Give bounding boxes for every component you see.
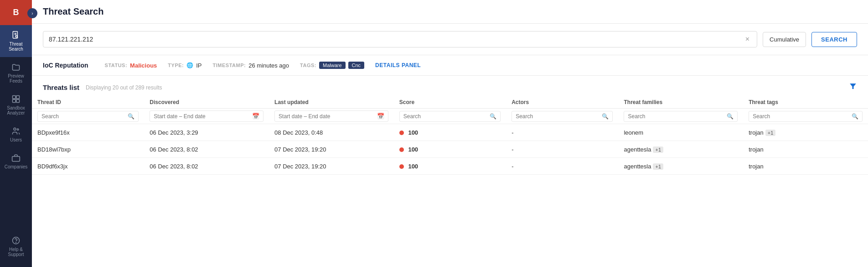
score-cell: 100 — [394, 141, 506, 158]
discovered-date-filter: 📅 — [150, 110, 264, 122]
ioc-status-value: Malicious — [130, 62, 157, 69]
ioc-timestamp-label: TIMESTAMP: — [213, 63, 246, 68]
svg-point-13 — [16, 242, 16, 243]
score-dot — [399, 147, 404, 152]
threats-header: Threats list Displaying 20 out of 289 re… — [32, 76, 868, 96]
ioc-tag-malware: Malware — [319, 62, 346, 69]
threat-id-cell[interactable]: BD9df6x3jx — [32, 158, 144, 175]
briefcase-icon — [11, 153, 21, 162]
search-button[interactable]: SEARCH — [811, 32, 857, 47]
ioc-tag-cnc: Cnc — [348, 62, 365, 69]
discovered-cell: 06 Dec 2023, 3:29 — [144, 124, 269, 141]
search-input-wrapper: × — [43, 31, 757, 47]
sidebar-item-label: Users — [10, 137, 22, 142]
page-title: Threat Search — [43, 6, 103, 17]
actors-cell: - — [506, 158, 618, 175]
actors-filter: 🔍 — [512, 111, 613, 122]
ioc-status-field: STATUS: Malicious — [105, 62, 157, 69]
svg-rect-6 — [16, 96, 20, 99]
score-cell: 100 — [394, 158, 506, 175]
sidebar-item-preview-feeds[interactable]: Preview Feeds — [0, 57, 32, 89]
file-search-icon — [11, 31, 21, 40]
main-content: Threat Search × Cumulative SEARCH IoC Re… — [32, 0, 868, 267]
globe-icon: 🌐 — [186, 62, 193, 68]
score-filter: 🔍 — [399, 111, 501, 122]
calendar-icon: 📅 — [252, 113, 259, 120]
search-icon: 🔍 — [490, 113, 496, 120]
search-icon: 🔍 — [128, 113, 134, 120]
threat-tags-cell: trojan — [743, 141, 868, 158]
score-filter-cell: 🔍 — [394, 109, 506, 124]
col-header-threat-families: Threat families — [618, 96, 743, 109]
threat-families-cell: agenttesla+1 — [618, 141, 743, 158]
search-icon: 🔍 — [727, 113, 734, 120]
actors-cell: - — [506, 124, 618, 141]
table-header-row: Threat ID Discovered Last updated Score … — [32, 96, 868, 109]
details-panel-link[interactable]: DETAILS PANEL — [375, 62, 421, 68]
sidebar: B › Threat Search Preview Feeds Sandbox … — [0, 0, 32, 267]
discovered-date-input[interactable] — [154, 113, 252, 120]
sidebar-item-sandbox-analyzer[interactable]: Sandbox Analyzer — [0, 89, 32, 121]
actors-search-input[interactable] — [516, 113, 600, 120]
table-row: BDpxe9f16x 06 Dec 2023, 3:29 08 Dec 2023… — [32, 124, 868, 141]
col-header-last-updated: Last updated — [269, 96, 394, 109]
last-updated-date-input[interactable] — [279, 113, 377, 120]
threat-families-cell: agenttesla+1 — [618, 158, 743, 175]
filter-icon — [849, 82, 857, 90]
threat-id-filter: 🔍 — [37, 111, 139, 122]
threat-id-search-input[interactable] — [41, 113, 126, 120]
score-cell: 100 — [394, 124, 506, 141]
col-header-discovered: Discovered — [144, 96, 269, 109]
score-value: 100 — [408, 163, 418, 170]
ioc-reputation-bar: IoC Reputation STATUS: Malicious TYPE: 🌐… — [32, 55, 868, 76]
ioc-tags-field: TAGS: Malware Cnc — [300, 62, 364, 69]
sidebar-item-companies[interactable]: Companies — [0, 148, 32, 175]
page-header: Threat Search — [32, 0, 868, 24]
threat-id-filter-cell: 🔍 — [32, 109, 144, 124]
col-header-actors: Actors — [506, 96, 618, 109]
threat-id-cell[interactable]: BD18wl7bxp — [32, 141, 144, 158]
search-icon: 🔍 — [602, 113, 609, 120]
threat-families-filter: 🔍 — [624, 111, 738, 122]
discovered-cell: 06 Dec 2023, 8:02 — [144, 141, 269, 158]
svg-rect-11 — [12, 157, 20, 162]
help-circle-icon — [11, 236, 21, 245]
sidebar-item-help-support[interactable]: Help & Support — [0, 230, 32, 262]
threat-tags-filter-cell: 🔍 — [743, 109, 868, 124]
threats-table: Threat ID Discovered Last updated Score … — [32, 96, 868, 175]
sidebar-bottom: Help & Support — [0, 230, 32, 262]
ioc-reputation-title: IoC Reputation — [43, 62, 88, 69]
threat-id-cell[interactable]: BDpxe9f16x — [32, 124, 144, 141]
table-row: BD18wl7bxp 06 Dec 2023, 8:02 07 Dec 2023… — [32, 141, 868, 158]
col-header-score: Score — [394, 96, 506, 109]
cumulative-button[interactable]: Cumulative — [763, 32, 806, 47]
score-value: 100 — [408, 129, 418, 136]
score-dot — [399, 131, 404, 135]
score-dot — [399, 164, 404, 169]
threat-tags-search-input[interactable] — [753, 113, 850, 120]
search-input[interactable] — [49, 36, 744, 43]
actors-cell: - — [506, 141, 618, 158]
sidebar-item-label: Sandbox Analyzer — [2, 105, 30, 115]
sidebar-item-threat-search[interactable]: Threat Search — [0, 25, 32, 57]
threat-families-search-input[interactable] — [628, 113, 725, 120]
threats-list-title: Threats list — [43, 84, 79, 91]
threats-table-body: BDpxe9f16x 06 Dec 2023, 3:29 08 Dec 2023… — [32, 124, 868, 175]
svg-marker-14 — [850, 84, 856, 89]
last-updated-cell: 07 Dec 2023, 19:20 — [269, 141, 394, 158]
sidebar-toggle[interactable]: › — [27, 8, 37, 18]
folder-icon — [11, 63, 21, 72]
clear-button[interactable]: × — [744, 35, 751, 43]
filter-button[interactable] — [849, 82, 857, 93]
ioc-type-value: IP — [196, 62, 202, 69]
sidebar-item-label: Threat Search — [2, 42, 30, 52]
last-updated-date-filter: 📅 — [274, 110, 388, 122]
sidebar-item-users[interactable]: Users — [0, 121, 32, 148]
threat-families-extra: +1 — [653, 163, 663, 170]
discovered-filter-cell: 📅 — [144, 109, 269, 124]
score-search-input[interactable] — [403, 113, 488, 120]
threat-families-extra: +1 — [653, 147, 663, 153]
threat-tags-cell: trojan+1 — [743, 124, 868, 141]
ioc-type-field: TYPE: 🌐 IP — [168, 62, 202, 69]
ioc-timestamp-field: TIMESTAMP: 26 minutes ago — [213, 62, 289, 69]
